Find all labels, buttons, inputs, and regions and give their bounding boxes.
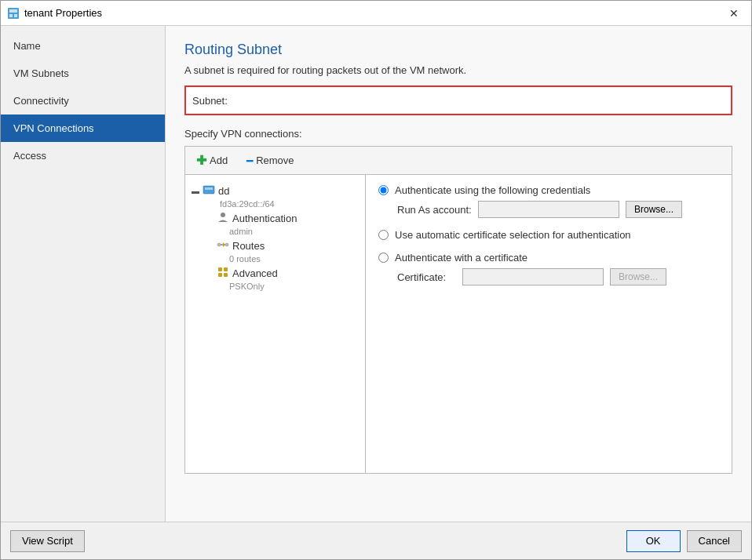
radio-auto-cert[interactable]: [378, 230, 389, 240]
ok-button[interactable]: OK: [626, 530, 681, 552]
subnet-input[interactable]: [255, 92, 725, 109]
auth-radio-group: Authenticate using the following credent…: [378, 184, 719, 285]
svg-rect-2: [9, 14, 13, 17]
node-label-advanced: Advanced: [232, 267, 278, 279]
svg-rect-1: [9, 9, 17, 13]
remove-icon: ━: [246, 155, 253, 167]
sidebar-item-name[interactable]: Name: [1, 32, 165, 60]
sidebar-item-vm-subnets[interactable]: VM Subnets: [1, 60, 165, 87]
node-sublabel-routes: 0 routes: [185, 254, 365, 264]
node-icon-advanced: [217, 266, 229, 281]
sidebar-item-vpn-connections[interactable]: VPN Connections: [1, 115, 165, 142]
tree-node-advanced[interactable]: Advanced: [185, 264, 365, 283]
window-title: tenant Properties: [24, 7, 102, 19]
svg-point-6: [221, 213, 225, 217]
cert-row: Certificate: Browse...: [378, 268, 719, 285]
add-button[interactable]: ✚ Add: [193, 151, 231, 169]
run-as-input[interactable]: [478, 201, 619, 218]
cancel-button[interactable]: Cancel: [687, 530, 742, 552]
vpn-panel: ✚ Add ━ Remove ▬: [184, 146, 732, 474]
svg-point-8: [225, 243, 228, 246]
node-label-routes: Routes: [232, 240, 265, 252]
sidebar: Name VM Subnets Connectivity VPN Connect…: [1, 26, 166, 522]
sidebar-item-connectivity[interactable]: Connectivity: [1, 87, 165, 115]
svg-rect-12: [224, 267, 228, 271]
svg-rect-13: [218, 273, 222, 277]
browse-button-2[interactable]: Browse...: [610, 268, 666, 285]
certificate-label: Certificate:: [397, 271, 456, 283]
footer-right: OK Cancel: [626, 530, 742, 552]
node-sublabel-authentication: admin: [185, 227, 365, 236]
sidebar-item-access[interactable]: Access: [1, 142, 165, 169]
svg-rect-5: [205, 187, 213, 190]
run-as-label: Run As account:: [397, 204, 472, 216]
radio-cert[interactable]: [378, 253, 389, 263]
tree-panel: ▬ dd fd3a:29cd::/64: [185, 175, 366, 473]
main-content: Routing Subnet A subnet is required for …: [166, 26, 751, 522]
radio-auto-cert-label: Use automatic certificate selection for …: [395, 229, 631, 241]
tree-node-dd[interactable]: ▬ dd: [185, 181, 365, 201]
vpn-toolbar: ✚ Add ━ Remove: [185, 147, 732, 175]
radio-row-auto-cert: Use automatic certificate selection for …: [378, 229, 719, 241]
collapse-icon: ▬: [192, 187, 199, 195]
node-sublabel-dd: fd3a:29cd::/64: [185, 199, 365, 209]
footer: View Script OK Cancel: [1, 522, 751, 559]
certificate-input[interactable]: [462, 268, 604, 285]
svg-point-7: [217, 243, 221, 246]
subnet-label: Subnet:: [192, 95, 255, 107]
node-icon-dd: [203, 184, 215, 198]
title-bar: tenant Properties ✕: [1, 1, 751, 26]
browse-button-1[interactable]: Browse...: [626, 201, 682, 218]
add-label: Add: [210, 155, 228, 166]
vpn-body: ▬ dd fd3a:29cd::/64: [185, 175, 732, 473]
svg-rect-11: [218, 267, 222, 271]
title-bar-left: tenant Properties: [7, 7, 102, 20]
view-script-button[interactable]: View Script: [10, 530, 85, 552]
close-button[interactable]: ✕: [723, 5, 745, 22]
footer-left: View Script: [10, 530, 85, 552]
credential-row: Run As account: Browse...: [378, 201, 719, 218]
node-label-dd: dd: [218, 185, 229, 197]
node-icon-routes: [217, 238, 229, 253]
main-window: tenant Properties ✕ Name VM Subnets Conn…: [0, 0, 752, 560]
details-panel: Authenticate using the following credent…: [366, 175, 732, 473]
radio-row-cert: Authenticate with a certificate: [378, 252, 719, 264]
remove-label: Remove: [256, 155, 294, 166]
tree-node-authentication[interactable]: Authentication: [185, 209, 365, 228]
node-sublabel-advanced: PSKOnly: [185, 282, 365, 291]
node-icon-authentication: [217, 211, 229, 226]
window-body: Name VM Subnets Connectivity VPN Connect…: [1, 26, 751, 522]
node-label-authentication: Authentication: [232, 213, 297, 224]
vpn-section-label: Specify VPN connections:: [184, 128, 732, 140]
radio-cert-label: Authenticate with a certificate: [395, 252, 527, 264]
radio-credentials[interactable]: [378, 185, 389, 195]
remove-button[interactable]: ━ Remove: [243, 153, 297, 169]
radio-row-credentials: Authenticate using the following credent…: [378, 184, 719, 196]
add-icon: ✚: [196, 153, 206, 168]
section-title: Routing Subnet: [184, 42, 732, 58]
window-icon: [7, 7, 20, 20]
tree-node-routes[interactable]: Routes: [185, 236, 365, 256]
svg-rect-3: [14, 14, 17, 17]
svg-marker-10: [223, 242, 225, 247]
section-desc: A subnet is required for routing packets…: [184, 64, 732, 76]
radio-credentials-label: Authenticate using the following credent…: [395, 184, 590, 196]
subnet-row: Subnet:: [184, 85, 732, 115]
svg-rect-14: [224, 273, 228, 277]
